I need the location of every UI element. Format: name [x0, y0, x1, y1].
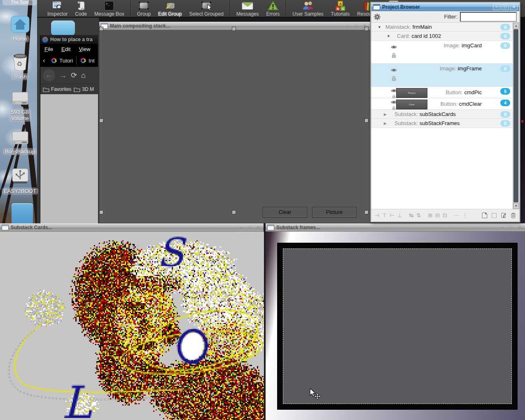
tab-scroll-left-icon[interactable]: ‹ [40, 57, 47, 64]
tree-row-subStackCards[interactable]: ▶Substack: subStackCards0 [371, 110, 519, 119]
close-icon[interactable]: ✕ [254, 225, 262, 231]
cards-titlebar[interactable]: Substack Cards... – □ ✕ [0, 223, 264, 232]
desktop-icon-home[interactable]: Home [0, 16, 40, 42]
desktop-icon-trash[interactable]: ♻Trash [0, 53, 40, 80]
project-browser-titlebar[interactable]: Project Browser – □ ✕ [371, 3, 519, 11]
tree-row-subStackFrames[interactable]: ▶Substack: subStackFrames0 [371, 119, 519, 128]
maximize-icon[interactable]: □ [502, 4, 509, 10]
toolbar-code[interactable]: Code [75, 0, 87, 17]
selection-handle[interactable] [364, 27, 369, 31]
maximize-icon[interactable]: □ [352, 23, 360, 29]
toolbar-user-samples[interactable]: User Samples [292, 0, 323, 17]
selection-handle[interactable] [99, 27, 103, 31]
expand-arrow-icon[interactable]: ▶ [384, 112, 387, 116]
delete-icon[interactable] [511, 212, 516, 218]
align-tool-icon[interactable]: ⋮ [462, 212, 468, 218]
minimize-icon[interactable]: – [499, 225, 506, 231]
align-tool-icon[interactable]: ⇅ [416, 212, 421, 218]
new-object-icon[interactable] [482, 212, 488, 218]
align-tool-icon[interactable]: ⊡ [443, 212, 447, 218]
browser-tab[interactable]: Tutori [47, 54, 76, 67]
desktop-icon-bogsbackup[interactable]: BogsBackup [0, 131, 40, 155]
tree-row-cmdClear[interactable]: ClearButton: cmdClear4 [371, 98, 519, 110]
desktop-folder-icon[interactable] [12, 203, 33, 223]
align-tool-icon[interactable]: ⋯ [454, 212, 460, 218]
desktop-icon-easy2boot[interactable]: EASY2BOOT [0, 168, 40, 195]
cards-title: Substack Cards... [11, 225, 52, 230]
selection-handle[interactable] [232, 210, 236, 214]
selection-handle[interactable] [99, 210, 103, 214]
align-tool-icon[interactable]: ⊢ [390, 212, 394, 218]
align-tool-icon[interactable]: ⊞ [428, 212, 432, 218]
browser-tab[interactable]: Int [77, 54, 98, 67]
tree-row-imgFrame[interactable]: Image: imgFrame0 [371, 64, 519, 87]
select-objects-icon[interactable] [491, 212, 497, 218]
filter-input[interactable] [460, 12, 517, 22]
maximize-icon[interactable]: □ [246, 225, 253, 231]
toolbar-tutorials[interactable]: ABCTutorials [331, 0, 350, 17]
toolbar-message-box[interactable]: >_Message Box [94, 0, 124, 17]
browser-titlebar[interactable]: How to place a tra [40, 35, 98, 44]
maximize-icon[interactable]: □ [507, 225, 515, 231]
tree-row-cmdPic[interactable]: PictureButton: cmdPic5 [371, 87, 519, 98]
tab-label: Int [89, 58, 94, 64]
desktop-folder-icon[interactable] [51, 21, 75, 36]
selection-handle[interactable] [232, 27, 236, 31]
eye-icon[interactable] [391, 67, 397, 73]
button-thumbnail: Clear [396, 100, 427, 109]
frames-titlebar[interactable]: Substack frames... – □ ✕ [266, 223, 525, 232]
toolbar-errors[interactable]: Errors [266, 0, 280, 17]
toolbar-messages[interactable]: Messages [236, 0, 259, 17]
frame-image[interactable] [277, 243, 518, 410]
eye-icon[interactable] [391, 44, 397, 50]
tree-row-frmMain[interactable]: ▼Mainstack: frmMain0 [371, 23, 519, 32]
back-button[interactable]: ← [43, 69, 55, 81]
toolbar-select-grouped[interactable]: Select Grouped [189, 0, 223, 17]
align-tool-icon[interactable]: ⊤ [382, 212, 387, 218]
tree-row-card id 1002[interactable]: ▼Card: card id 10020 [371, 32, 519, 41]
minimize-icon[interactable]: – [344, 23, 351, 29]
lock-icon[interactable] [392, 76, 396, 82]
toolbar-group[interactable]: Group [137, 0, 151, 17]
bookmark-3d-m[interactable]: 3D M [74, 86, 94, 92]
menu-view[interactable]: View [79, 46, 90, 52]
picture-button[interactable]: Picture [312, 207, 357, 218]
gear-icon[interactable] [374, 14, 380, 20]
script-icon[interactable] [501, 212, 507, 218]
tree-row-label: Image: imgCard [429, 42, 482, 49]
bookmark-favorites[interactable]: Favorites [43, 86, 71, 92]
minimize-icon[interactable]: – [493, 4, 500, 10]
menu-edit[interactable]: Edit [61, 46, 70, 52]
forward-button[interactable]: → [59, 71, 67, 80]
minimize-icon[interactable]: – [237, 225, 245, 231]
scroll-up-icon[interactable]: ▲ [513, 23, 519, 29]
align-tool-icon[interactable]: ⊣ [375, 212, 379, 218]
close-icon[interactable]: ✕ [510, 4, 518, 10]
toolbar-inspector[interactable]: Inspector [47, 0, 68, 17]
lock-icon[interactable] [392, 53, 396, 59]
toolbar-edit-group[interactable]: Edit Group [158, 0, 182, 17]
reload-button[interactable]: ⟳ [71, 71, 77, 80]
selection-handle[interactable] [364, 118, 369, 123]
tree-row-imgCard[interactable]: Image: imgCard0 [371, 41, 519, 64]
scrollbar-thumb[interactable] [513, 29, 518, 202]
align-tool-icon[interactable]: ⊟ [435, 212, 440, 218]
clear-button[interactable]: Clear [263, 207, 307, 218]
align-tool-icon[interactable]: ↹ [409, 212, 413, 218]
menu-file[interactable]: File [44, 46, 53, 52]
align-tool-icon[interactable]: ⊥ [397, 212, 402, 218]
close-icon[interactable]: ✕ [516, 225, 523, 231]
scroll-down-icon[interactable]: ▼ [513, 203, 519, 209]
collapse-arrow-icon[interactable]: ▼ [387, 34, 390, 38]
collapse-arrow-icon[interactable]: ▼ [378, 25, 381, 29]
statue-image[interactable] [0, 232, 264, 420]
main-stack-canvas[interactable] [99, 30, 370, 223]
selection-handle[interactable] [364, 210, 369, 214]
tree-scrollbar[interactable]: ▲ ▼ [513, 23, 519, 209]
selection-handle[interactable] [99, 118, 103, 123]
frames-title: Substack frames... [276, 225, 320, 230]
desktop-icon-label: Home [11, 35, 29, 42]
home-button[interactable]: ⌂ [81, 71, 86, 80]
desktop-icon-volume[interactable]: 593 GB Volume [0, 91, 40, 122]
expand-arrow-icon[interactable]: ▶ [384, 121, 387, 125]
